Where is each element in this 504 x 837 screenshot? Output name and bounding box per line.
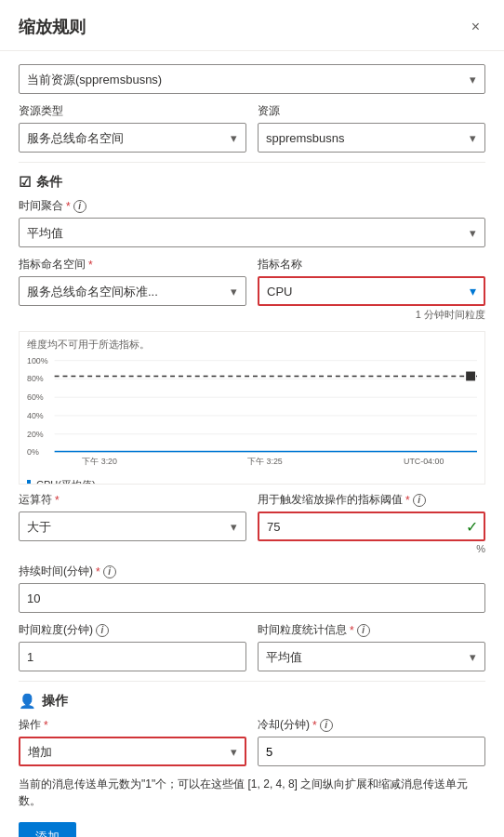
time-aggregation-section: 时间聚合 * i 平均值: [19, 198, 485, 247]
resource-type-select-wrapper: 服务总线命名空间: [19, 123, 246, 153]
legend-line-1: CPU(平均值): [36, 478, 103, 485]
chart-svg: 100% 80% 60% 40% 20% 0%: [27, 355, 477, 476]
current-resource-select-wrapper: 当前资源(sppremsbusns): [19, 64, 485, 94]
metric-namespace-label: 指标命名空间 *: [19, 257, 246, 272]
cooldown-col: 冷却(分钟) * i: [258, 717, 485, 766]
dialog-container: 缩放规则 × 当前资源(sppremsbusns) 资源类型 服务总线命名空间: [0, 0, 504, 837]
threshold-wrapper: ✓: [258, 512, 485, 541]
time-grain-stat-select[interactable]: 平均值: [258, 642, 485, 671]
threshold-unit: %: [258, 543, 485, 554]
resource-type-select[interactable]: 服务总线命名空间: [19, 123, 246, 153]
metric-row: 指标命名空间 * 服务总线命名空间标准... 指标名称 CPU: [19, 257, 485, 322]
time-aggregation-info-icon[interactable]: i: [73, 200, 86, 213]
threshold-required: *: [405, 494, 410, 507]
cooldown-required: *: [312, 719, 317, 732]
cooldown-label: 冷却(分钟) * i: [258, 717, 485, 733]
section-divider-2: [19, 681, 485, 682]
time-grain-label: 时间粒度(分钟) i: [19, 622, 246, 638]
duration-info-icon[interactable]: i: [103, 565, 116, 578]
svg-text:UTC-04:00: UTC-04:00: [404, 457, 444, 466]
add-button[interactable]: 添加: [19, 822, 76, 837]
chart-note: 维度均不可用于所选指标。: [27, 338, 477, 352]
footer-note: 当前的消息传送单元数为"1"个；可以在这些值 [1, 2, 4, 8] 之间纵向…: [19, 776, 485, 809]
resource-type-col: 资源类型 服务总线命名空间: [19, 103, 246, 153]
time-aggregation-select-wrapper: 平均值: [19, 218, 485, 247]
action-icon: 👤: [19, 693, 36, 710]
svg-text:100%: 100%: [27, 356, 48, 365]
svg-rect-13: [466, 372, 475, 381]
cooldown-input[interactable]: [258, 737, 485, 766]
threshold-col: 用于触发缩放操作的指标阈值 * i ✓ %: [258, 492, 485, 554]
metric-namespace-col: 指标命名空间 * 服务总线命名空间标准...: [19, 257, 246, 322]
time-grain-col: 时间粒度(分钟) i: [19, 622, 246, 671]
time-aggregation-required: *: [66, 200, 71, 213]
section-divider-1: [19, 162, 485, 163]
chart-legend: CPU(平均值) sppremsbusns 0%: [27, 478, 477, 485]
resource-type-resource-row: 资源类型 服务总线命名空间 资源 sppremsbusns: [19, 103, 485, 153]
action-cooldown-row: 操作 * 增加 冷却(分钟) * i: [19, 717, 485, 766]
duration-input[interactable]: [19, 583, 485, 613]
svg-text:80%: 80%: [27, 374, 44, 383]
svg-text:0%: 0%: [27, 447, 39, 457]
time-grain-info-icon[interactable]: i: [96, 624, 109, 637]
action-label: 操作 *: [19, 717, 246, 733]
metric-name-label: 指标名称: [258, 257, 485, 272]
threshold-label: 用于触发缩放操作的指标阈值 * i: [258, 492, 485, 508]
duration-required: *: [96, 565, 100, 578]
metric-name-wrapper: CPU: [258, 276, 485, 306]
cooldown-info-icon[interactable]: i: [320, 719, 333, 732]
action-required: *: [44, 719, 48, 732]
resource-select[interactable]: sppremsbusns: [258, 123, 485, 153]
chart-area: 维度均不可用于所选指标。 100% 80% 60% 40% 20% 0%: [19, 331, 485, 485]
time-grain-input[interactable]: [19, 642, 246, 671]
metric-namespace-select-wrapper: 服务总线命名空间标准...: [19, 276, 246, 306]
action-select[interactable]: 增加: [19, 737, 246, 766]
operator-col: 运算符 * 大于: [19, 492, 246, 554]
resource-type-label: 资源类型: [19, 103, 246, 119]
operator-required: *: [55, 494, 60, 507]
time-grain-row: 时间粒度(分钟) i 时间粒度统计信息 * i 平均值: [19, 622, 485, 671]
close-button[interactable]: ×: [466, 15, 485, 39]
metric-name-col: 指标名称 CPU 1 分钟时间粒度: [258, 257, 485, 322]
legend-color-bar: [27, 480, 31, 485]
time-aggregation-label: 时间聚合 * i: [19, 198, 485, 214]
threshold-info-icon[interactable]: i: [413, 494, 426, 507]
current-resource-select[interactable]: 当前资源(sppremsbusns): [19, 64, 485, 94]
metric-name-select[interactable]: CPU: [258, 276, 485, 306]
svg-text:40%: 40%: [27, 411, 44, 420]
action-section-label: 操作: [42, 693, 68, 710]
condition-section-header: ☑ 条件: [19, 174, 485, 191]
current-resource-section: 当前资源(sppremsbusns): [19, 64, 485, 94]
chart-svg-element: 100% 80% 60% 40% 20% 0%: [27, 355, 477, 467]
threshold-input[interactable]: [258, 512, 485, 541]
time-grain-stat-col: 时间粒度统计信息 * i 平均值: [258, 622, 485, 671]
svg-text:20%: 20%: [27, 430, 44, 439]
threshold-check-icon: ✓: [466, 518, 478, 536]
condition-icon: ☑: [19, 174, 31, 191]
time-grain-stat-select-wrapper: 平均值: [258, 642, 485, 671]
svg-text:下午 3:20: 下午 3:20: [82, 457, 117, 466]
time-grain-stat-label: 时间粒度统计信息 * i: [258, 622, 485, 638]
dialog-body: 当前资源(sppremsbusns) 资源类型 服务总线命名空间 资源: [0, 51, 504, 837]
dialog-header: 缩放规则 ×: [0, 0, 504, 51]
dialog-title: 缩放规则: [19, 16, 86, 38]
operator-select[interactable]: 大于: [19, 512, 246, 541]
legend-text: CPU(平均值) sppremsbusns 0%: [36, 478, 103, 485]
metric-namespace-required: *: [88, 259, 93, 272]
operator-label: 运算符 *: [19, 492, 246, 508]
metric-namespace-select[interactable]: 服务总线命名空间标准...: [19, 276, 246, 306]
resource-col: 资源 sppremsbusns: [258, 103, 485, 153]
action-col: 操作 * 增加: [19, 717, 246, 766]
resource-select-wrapper: sppremsbusns: [258, 123, 485, 153]
operator-select-wrapper: 大于: [19, 512, 246, 541]
granularity-note: 1 分钟时间粒度: [258, 308, 485, 322]
condition-section-label: 条件: [36, 174, 62, 191]
operator-threshold-row: 运算符 * 大于 用于触发缩放操作的指标阈值 * i ✓: [19, 492, 485, 554]
resource-label: 资源: [258, 103, 485, 119]
action-select-wrapper: 增加: [19, 737, 246, 766]
action-section-header: 👤 操作: [19, 693, 485, 710]
time-aggregation-select[interactable]: 平均值: [19, 218, 485, 247]
time-grain-stat-info-icon[interactable]: i: [357, 624, 370, 637]
add-button-container: 添加: [19, 809, 485, 837]
duration-label: 持续时间(分钟) * i: [19, 564, 485, 579]
